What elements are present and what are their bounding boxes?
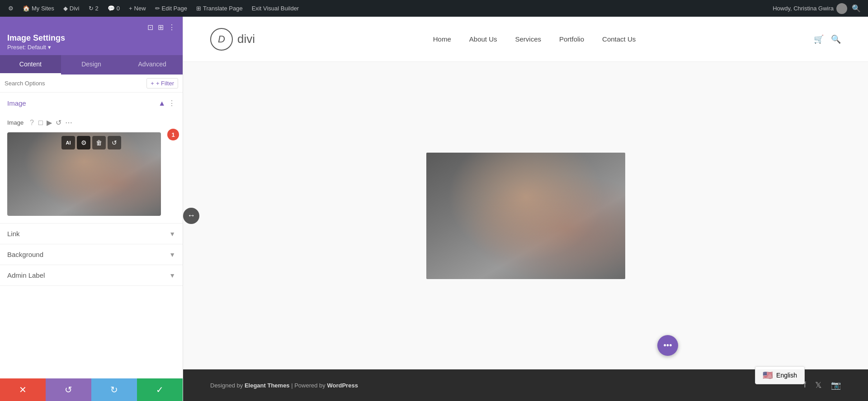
background-section: Background ▼	[0, 244, 183, 265]
twitter-icon[interactable]: 𝕏	[815, 380, 822, 390]
site-search-icon[interactable]: 🔍	[831, 34, 841, 44]
wp-logo[interactable]: ⚙	[5, 0, 17, 17]
divi-menu[interactable]: ◆ Divi	[60, 0, 83, 17]
nav-contact[interactable]: Contact Us	[602, 35, 636, 43]
language-label: English	[776, 372, 797, 379]
link-chevron-icon: ▼	[169, 230, 175, 238]
preview-area: D divi Home About Us Services Portfolio …	[183, 17, 868, 401]
tab-content[interactable]: Content	[0, 55, 61, 75]
site-logo: D divi	[210, 28, 255, 51]
main-content-image	[426, 153, 625, 279]
translate-page-btn[interactable]: ⊞ Translate Page	[193, 0, 246, 17]
admin-label-section-title: Admin Label	[7, 271, 45, 279]
collapse-icon[interactable]: ▲	[158, 99, 165, 107]
site-content: ↔ +	[183, 62, 868, 369]
ai-icon[interactable]: AI	[61, 136, 75, 149]
background-section-header[interactable]: Background ▼	[0, 244, 183, 265]
tab-advanced[interactable]: Advanced	[122, 55, 183, 75]
delete-thumb-icon[interactable]: 🗑	[92, 136, 106, 149]
sidebar-header: ⊡ ⊞ ⋮ Image Settings Preset: Default ▾	[0, 17, 183, 55]
cart-icon[interactable]: 🛒	[814, 34, 824, 44]
site-header: D divi Home About Us Services Portfolio …	[183, 17, 868, 62]
cancel-button[interactable]: ✕	[0, 378, 46, 401]
logo-circle: D	[210, 28, 233, 51]
edit-page-btn[interactable]: ✏ Edit Page	[151, 0, 191, 17]
settings-title: Image Settings	[7, 33, 175, 43]
undo-field-icon[interactable]: ↺	[56, 118, 61, 127]
new-menu[interactable]: + New	[125, 0, 150, 17]
comments-count: 0	[117, 5, 120, 12]
pencil-icon: ✏	[155, 5, 160, 12]
footer-elegant-themes[interactable]: Elegant Themes	[245, 382, 290, 389]
footer-text: Designed by Elegant Themes | Powered by …	[210, 382, 358, 389]
updates-count: 2	[95, 5, 99, 12]
responsive-icon[interactable]: ⊡	[147, 23, 153, 32]
language-selector[interactable]: 🇺🇸 English	[755, 366, 805, 384]
reset-thumb-icon[interactable]: ↺	[108, 136, 121, 149]
divi-label: Divi	[70, 5, 80, 12]
nav-home[interactable]: Home	[433, 35, 451, 43]
admin-label-chevron-icon: ▼	[169, 272, 175, 279]
redo-button[interactable]: ↻	[91, 378, 137, 401]
nav-about[interactable]: About Us	[469, 35, 497, 43]
new-label: New	[134, 5, 146, 12]
settings-thumb-icon[interactable]: ⚙	[77, 136, 90, 149]
divi-icon: ◆	[63, 5, 68, 12]
save-button[interactable]: ✓	[137, 378, 183, 401]
nav-portfolio[interactable]: Portfolio	[559, 35, 584, 43]
admin-label-section-header[interactable]: Admin Label ▼	[0, 265, 183, 285]
flag-icon: 🇺🇸	[763, 370, 773, 380]
footer-powered-by: | Powered by	[290, 382, 327, 389]
site-nav: Home About Us Services Portfolio Contact…	[433, 35, 636, 43]
more-options-icon[interactable]: ⋮	[168, 23, 175, 32]
image-row: Image ? □ ▶ ↺ ⋯	[7, 118, 175, 127]
device-icon[interactable]: □	[38, 119, 43, 127]
background-chevron-icon: ▼	[169, 251, 175, 258]
user-menu[interactable]: Howdy, Christina Gwira	[773, 3, 847, 14]
section-more-icon[interactable]: ⋮	[168, 99, 175, 107]
exit-label: Exit Visual Builder	[252, 5, 299, 12]
tab-design[interactable]: Design	[61, 55, 122, 75]
updates-menu[interactable]: ↻ 2	[85, 0, 102, 17]
translate-label: Translate Page	[203, 5, 243, 12]
cursor-icon[interactable]: ▶	[47, 118, 52, 127]
settings-tabs: Content Design Advanced	[0, 55, 183, 75]
split-icon[interactable]: ⊞	[158, 23, 164, 32]
footer-wordpress[interactable]: WordPress	[327, 382, 358, 389]
help-icon[interactable]: ?	[30, 119, 34, 127]
comment-icon: 💬	[108, 5, 115, 12]
settings-sidebar: ⊡ ⊞ ⋮ Image Settings Preset: Default ▾ C…	[0, 17, 183, 401]
field-more-icon[interactable]: ⋯	[65, 118, 72, 127]
my-sites-label: My Sites	[32, 5, 54, 12]
resize-handle[interactable]: ↔	[183, 208, 199, 224]
image-field-label: Image	[7, 119, 25, 126]
search-bar: + + Filter	[0, 75, 183, 93]
sidebar-scroll-area: Image ▲ ⋮ Image ? □ ▶ ↺ ⋯	[0, 93, 183, 378]
refresh-icon: ↻	[89, 5, 94, 12]
admin-label-section: Admin Label ▼	[0, 265, 183, 286]
content-image-wrap	[426, 153, 625, 279]
undo-button[interactable]: ↺	[46, 378, 91, 401]
link-section-header[interactable]: Link ▼	[0, 224, 183, 244]
nav-services[interactable]: Services	[515, 35, 541, 43]
instagram-icon[interactable]: 📷	[831, 380, 841, 390]
logo-text: divi	[237, 32, 255, 46]
main-image-inner	[426, 153, 625, 279]
link-section-title: Link	[7, 230, 20, 238]
my-sites-menu[interactable]: 🏠 My Sites	[19, 0, 58, 17]
image-controls: □ ▶ ↺ ⋯	[38, 118, 72, 127]
search-icon-btn[interactable]: 🔍	[849, 4, 863, 13]
preset-label[interactable]: Preset: Default ▾	[7, 44, 175, 51]
filter-button[interactable]: + + Filter	[146, 78, 178, 89]
image-badge: 1	[167, 129, 179, 140]
exit-builder-btn[interactable]: Exit Visual Builder	[248, 0, 303, 17]
image-section-header[interactable]: Image ▲ ⋮	[0, 93, 183, 114]
filter-label: + Filter	[156, 80, 174, 87]
search-input[interactable]	[5, 80, 144, 87]
comments-menu[interactable]: 💬 0	[104, 0, 123, 17]
floating-dots-button[interactable]: •••	[657, 335, 678, 356]
image-section: Image ▲ ⋮ Image ? □ ▶ ↺ ⋯	[0, 93, 183, 224]
wp-admin-bar: ⚙ 🏠 My Sites ◆ Divi ↻ 2 💬 0 + New ✏ Edit…	[0, 0, 868, 17]
logo-letter: D	[218, 33, 225, 45]
image-section-title: Image	[7, 99, 26, 107]
